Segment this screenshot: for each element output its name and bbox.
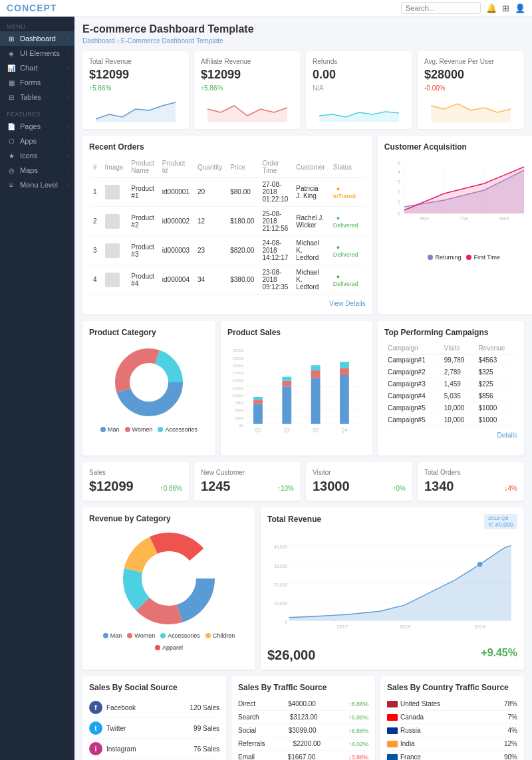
bar-q1-red [253, 400, 263, 404]
stat-change-0: ↑5.86% [89, 84, 182, 92]
sidebar-label-tables: Tables [20, 93, 41, 101]
rev-donut-wrap: Man Women Accessories Children [89, 529, 249, 651]
col-quantity: Quantity [194, 157, 226, 178]
col-price: Price [226, 157, 258, 178]
sidebar-item-forms[interactable]: ▦ Forms › [0, 75, 74, 90]
svg-text:5: 5 [398, 161, 400, 166]
user-icon[interactable]: 👤 [515, 3, 525, 13]
sidebar: MENU ⊞ Dashboard › ◈ UI Elements › 📊 Cha… [0, 17, 74, 760]
col-image: Image [101, 157, 128, 178]
svg-point-62 [477, 562, 483, 567]
social-platform: Instagram [106, 745, 136, 753]
svg-text:2017: 2017 [336, 624, 348, 630]
svg-text:Mon: Mon [420, 216, 429, 221]
flag-icon [387, 701, 398, 707]
svg-text:0k: 0k [239, 424, 244, 428]
country-pct: 4% [508, 727, 517, 734]
stat-change-3: -0.00% [424, 84, 517, 92]
bell-icon[interactable]: 🔔 [486, 3, 497, 13]
menu-label: MENU [0, 19, 74, 31]
arrow-icon-ui: › [67, 51, 69, 57]
revenue-row: Revenue by Category Man [82, 507, 524, 670]
metric-change-0: ↑0.86% [160, 485, 182, 492]
svg-text:1250k: 1250k [233, 386, 244, 390]
sidebar-label-apps: Apps [20, 137, 37, 145]
sidebar-item-ui[interactable]: ◈ UI Elements › [0, 46, 74, 61]
social-sales-count: 99 Sales [194, 725, 219, 732]
stat-label-2: Refunds [313, 58, 406, 65]
sidebar-item-tables[interactable]: ⊟ Tables › [0, 90, 74, 104]
social-title: Sales By Social Source [89, 683, 219, 692]
svg-marker-3 [431, 104, 511, 122]
sidebar-item-chart[interactable]: 📊 Chart › [0, 61, 74, 75]
sidebar-item-apps[interactable]: ⬡ Apps › [0, 134, 74, 148]
dashboard-icon: ⊞ [7, 35, 16, 43]
country-name: Russia [400, 727, 421, 734]
legend-label-man: Man [108, 426, 120, 433]
country-traffic-card: Sales By Country Traffic Source United S… [380, 676, 524, 760]
breadcrumb-home: Dashboard [82, 37, 115, 45]
social-icon: t [89, 721, 102, 735]
search-input[interactable] [401, 2, 481, 14]
svg-text:2250k: 2250k [233, 356, 244, 360]
stat-label-3: Avg. Revenue Per User [424, 58, 517, 65]
list-item: Russia 4% [387, 724, 517, 737]
page-title: E-commerce Dashboard Template [82, 23, 524, 35]
table-row: Campaign#1 99,789 $4563 [384, 354, 517, 366]
cat-legend: Man Women Accessories [100, 426, 198, 433]
metric-visitor: Visitor 13000 ↑0% [306, 462, 412, 501]
traffic-row: Sales By Social Source f Facebook 120 Sa… [82, 676, 524, 760]
traffic-source-name: Email [238, 753, 255, 760]
donut-chart-wrap: Man Women Accessories [89, 342, 209, 433]
svg-text:20,000: 20,000 [274, 582, 287, 587]
svg-text:Q4: Q4 [341, 428, 347, 433]
campaigns-details-link[interactable]: Details [497, 432, 517, 439]
social-platform: Facebook [106, 704, 136, 711]
list-item: Direct $4000.00 ↑6.86% [238, 697, 368, 711]
mini-chart-1 [201, 96, 294, 122]
svg-text:1: 1 [398, 199, 400, 204]
tooltip-label: 2018 Q6 [488, 515, 513, 521]
sidebar-label-forms: Forms [20, 78, 41, 86]
orders-view-details-link[interactable]: View Details [329, 300, 366, 307]
sidebar-label-icons: Icons [20, 152, 37, 160]
sidebar-item-dashboard[interactable]: ⊞ Dashboard › [0, 31, 74, 46]
rev-legend: Man Women Accessories Children [89, 632, 249, 651]
legend-accessories: Accessories [158, 426, 198, 433]
ui-icon: ◈ [7, 50, 16, 57]
sidebar-item-pages[interactable]: 📄 Pages › [0, 119, 74, 134]
traffic-change: ↑6.86% [348, 727, 368, 734]
sidebar-label-menu: Menu Level [20, 181, 58, 189]
svg-text:1500k: 1500k [233, 378, 244, 382]
country-name: India [400, 740, 415, 747]
metric-label-1: New Customer [201, 469, 294, 476]
legend-returning: Returning [428, 254, 461, 261]
bar-q1-blue [253, 404, 263, 424]
revenue-amount: $26,000 [267, 648, 315, 663]
bar-q4-teal [340, 362, 349, 368]
metric-value-2: 13000 [313, 479, 350, 494]
bar-q1-teal [253, 397, 263, 400]
country-name: United States [400, 700, 440, 707]
bar-q2-blue [282, 386, 291, 424]
table-row: 2 Product #2 id000002 12 $180.00 25-08-2… [89, 207, 366, 236]
logo: CONCEPT [7, 3, 57, 13]
sidebar-item-icons[interactable]: ★ Icons › [0, 148, 74, 163]
main-content: E-commerce Dashboard Template Dashboard … [74, 17, 532, 760]
cat-row: Product Category Man [82, 321, 524, 455]
col-product-name: Product Name [127, 157, 158, 178]
traffic-change: ↑6.86% [348, 701, 368, 707]
svg-text:750k: 750k [235, 401, 244, 405]
traffic-amount: $3123.00 [290, 713, 318, 721]
sales-title: Product Sales [227, 328, 366, 337]
sidebar-item-maps[interactable]: ◎ Maps › [0, 163, 74, 178]
table-row: Campaign#5 10,000 $1000 [384, 414, 517, 426]
svg-marker-1 [207, 106, 287, 122]
svg-text:2018: 2018 [399, 624, 410, 630]
sidebar-item-menu[interactable]: ≡ Menu Level › [0, 178, 74, 192]
country-pct: 90% [504, 753, 517, 760]
grid-icon[interactable]: ⊞ [502, 3, 509, 13]
metric-total-orders: Total Orders 1340 ↓4% [418, 462, 524, 501]
svg-text:Q2: Q2 [284, 428, 290, 433]
pages-icon: 📄 [7, 123, 16, 130]
